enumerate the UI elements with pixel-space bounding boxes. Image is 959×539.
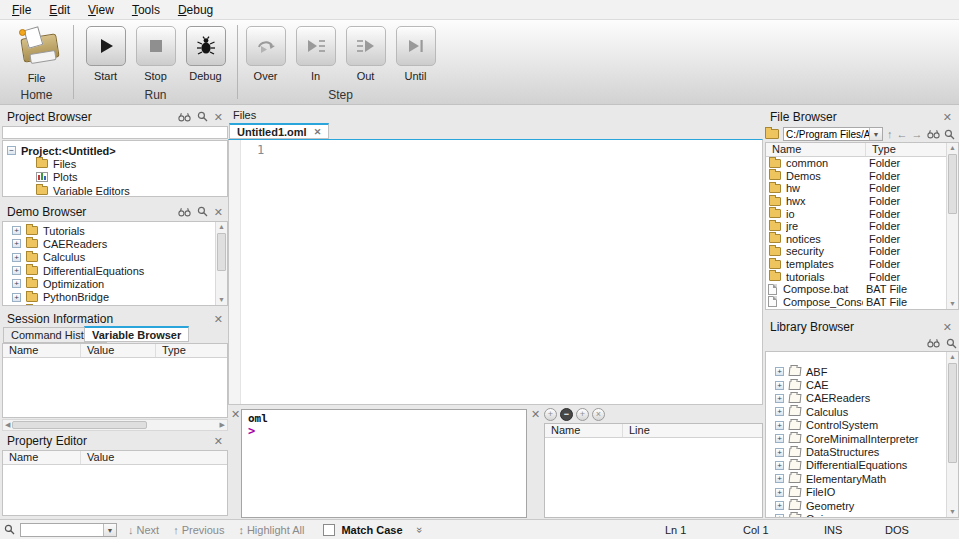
scroll-thumb[interactable]: [217, 233, 226, 271]
menu-item-file[interactable]: File: [3, 1, 40, 19]
tab-variable-browser[interactable]: Variable Browser: [84, 326, 189, 342]
scroll-left-icon[interactable]: ◀: [3, 421, 12, 429]
demo-item-differentialequations[interactable]: +DifferentialEquations: [3, 264, 227, 277]
library-item-abf[interactable]: +ABF: [766, 365, 958, 378]
library-scrollbar[interactable]: ▲ ▼: [946, 352, 958, 517]
library-item-calculus[interactable]: +Calculus: [766, 405, 958, 418]
debug-button[interactable]: Debug: [185, 26, 226, 82]
expand-icon[interactable]: +: [775, 488, 784, 497]
file-row-io[interactable]: ioFolder: [766, 207, 958, 220]
find-next-button[interactable]: Next: [137, 524, 160, 536]
library-item-caereaders[interactable]: +CAEReaders: [766, 392, 958, 405]
demo-item-caereaders[interactable]: +CAEReaders: [3, 237, 227, 250]
scroll-up-icon[interactable]: ▲: [947, 143, 958, 153]
tab-untitled1-oml[interactable]: Untitled1.oml ✕: [229, 123, 329, 139]
expand-icon[interactable]: +: [775, 434, 784, 443]
demo-item-partial[interactable]: +: [3, 304, 227, 306]
close-icon[interactable]: ✕: [214, 314, 223, 324]
oml-command-window[interactable]: oml >: [241, 409, 527, 518]
scroll-down-icon[interactable]: ▼: [216, 295, 227, 305]
match-case-checkbox[interactable]: [323, 524, 335, 536]
code-editor[interactable]: 1: [228, 139, 763, 405]
expand-icon[interactable]: +: [775, 461, 784, 470]
find-previous-button[interactable]: Previous: [182, 524, 225, 536]
path-combobox[interactable]: ▼: [783, 127, 883, 141]
library-item-geometry[interactable]: +Geometry: [766, 499, 958, 512]
scroll-down-icon[interactable]: ▼: [947, 299, 958, 309]
file-row-compose_jupyter[interactable]: Compose_JupyterBAT File: [766, 308, 958, 310]
find-combobox[interactable]: ▼: [20, 523, 117, 537]
column-header-name[interactable]: Name: [3, 344, 81, 357]
expand-icon[interactable]: +: [12, 266, 21, 275]
expand-icon[interactable]: +: [775, 394, 784, 403]
file-row-tutorials[interactable]: tutorialsFolder: [766, 270, 958, 283]
close-small-icon[interactable]: ×: [592, 408, 605, 421]
expand-icon[interactable]: +: [775, 474, 784, 483]
binoculars-icon[interactable]: [927, 129, 940, 139]
library-item-fileio[interactable]: +FileIO: [766, 486, 958, 499]
demo-item-optimization[interactable]: +Optimization: [3, 277, 227, 290]
library-item-elementarymath[interactable]: +ElementaryMath: [766, 472, 958, 485]
expand-icon[interactable]: +: [12, 279, 21, 288]
highlight-all-button[interactable]: Highlight All: [247, 524, 304, 536]
up-arrow-icon[interactable]: ↑: [887, 128, 893, 140]
scroll-thumb[interactable]: [948, 363, 957, 463]
binoculars-icon[interactable]: [178, 207, 191, 217]
editor-gutter[interactable]: [229, 140, 241, 404]
menu-item-view[interactable]: View: [79, 1, 123, 19]
scroll-thumb[interactable]: [948, 154, 957, 214]
close-icon[interactable]: ✕: [214, 112, 223, 122]
column-header-type[interactable]: Type: [866, 143, 958, 156]
project-item-variable-editors[interactable]: Variable Editors: [3, 184, 227, 197]
step-out-button[interactable]: Out: [345, 26, 386, 82]
library-item-cae[interactable]: +CAE: [766, 378, 958, 391]
column-header-type[interactable]: Type: [156, 344, 227, 357]
close-icon[interactable]: ✕: [531, 408, 540, 421]
expand-icon[interactable]: +: [12, 253, 21, 262]
library-item-coreminimalinterpreter[interactable]: +CoreMinimalInterpreter: [766, 432, 958, 445]
scroll-up-icon[interactable]: ▲: [216, 222, 227, 232]
file-button[interactable]: File: [16, 26, 57, 84]
file-row-templates[interactable]: templatesFolder: [766, 258, 958, 271]
expand-icon[interactable]: +: [775, 448, 784, 457]
find-input[interactable]: [21, 524, 103, 536]
step-until-button[interactable]: Until: [395, 26, 436, 82]
demo-item-tutorials[interactable]: +Tutorials: [3, 224, 227, 237]
expand-icon[interactable]: +: [12, 226, 21, 235]
column-header-name[interactable]: Name: [766, 143, 866, 156]
expand-icon[interactable]: +: [775, 381, 784, 390]
magnifier-icon[interactable]: [946, 338, 957, 349]
session-hscrollbar[interactable]: ◀ ▶: [2, 419, 228, 431]
library-item-controlsystem[interactable]: +ControlSystem: [766, 419, 958, 432]
file-row-security[interactable]: securityFolder: [766, 245, 958, 258]
forward-arrow-icon[interactable]: →: [912, 128, 923, 140]
menu-item-tools[interactable]: Tools: [123, 1, 169, 19]
file-browser-scrollbar[interactable]: ▲ ▼: [946, 143, 958, 309]
expand-icon[interactable]: +: [12, 293, 21, 302]
expand-icon[interactable]: +: [775, 421, 784, 430]
scroll-down-icon[interactable]: ▼: [947, 507, 958, 517]
demo-item-pythonbridge[interactable]: +PythonBridge: [3, 290, 227, 303]
binoculars-icon[interactable]: [927, 338, 940, 348]
library-item-gui[interactable]: +Gui: [766, 512, 958, 518]
menu-item-debug[interactable]: Debug: [169, 1, 222, 19]
expand-icon[interactable]: +: [775, 367, 784, 376]
column-header-value[interactable]: Value: [81, 451, 227, 464]
project-item-files[interactable]: Files: [3, 157, 227, 170]
close-icon[interactable]: ✕: [214, 207, 223, 217]
minus-icon[interactable]: −: [560, 408, 573, 421]
step-over-button[interactable]: Over: [245, 26, 286, 82]
expand-icon[interactable]: +: [775, 501, 784, 510]
tab-close-icon[interactable]: ✕: [314, 127, 322, 137]
back-arrow-icon[interactable]: ←: [897, 128, 908, 140]
file-row-compose_console...[interactable]: Compose_Console...BAT File: [766, 296, 958, 309]
close-icon[interactable]: ✕: [231, 408, 240, 421]
file-row-common[interactable]: commonFolder: [766, 157, 958, 170]
close-icon[interactable]: ✕: [214, 436, 223, 446]
start-button[interactable]: Start: [85, 26, 126, 82]
file-row-hw[interactable]: hwFolder: [766, 182, 958, 195]
file-row-jre[interactable]: jreFolder: [766, 220, 958, 233]
library-item-datastructures[interactable]: +DataStructures: [766, 445, 958, 458]
binoculars-icon[interactable]: [178, 112, 191, 122]
column-header-value[interactable]: Value: [81, 344, 156, 357]
